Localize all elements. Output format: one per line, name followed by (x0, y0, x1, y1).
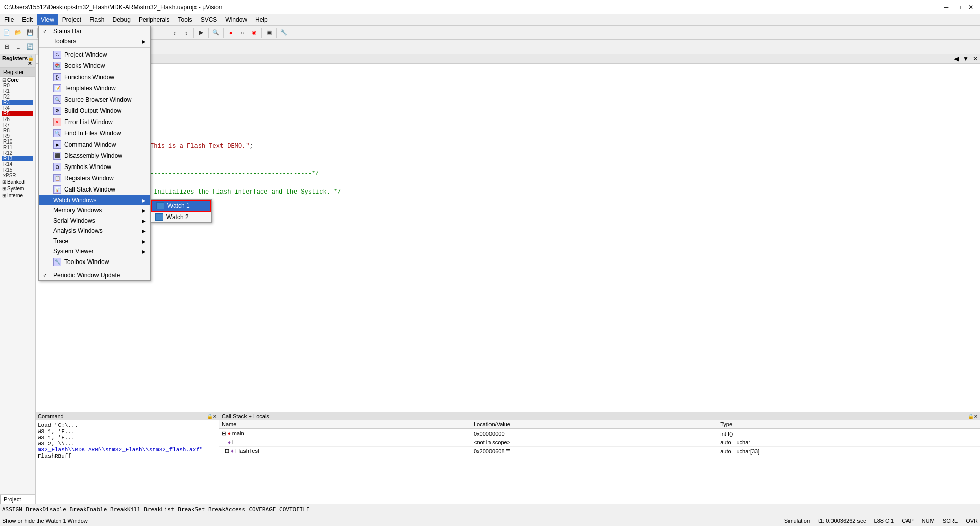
watch1-label: Watch 1 (167, 202, 190, 209)
menu-item-memory-windows[interactable]: Memory Windows ▶ (39, 205, 150, 216)
watch2-label: Watch 2 (166, 213, 189, 221)
menu-item-functions-window[interactable]: {} Functions Window (39, 71, 150, 83)
menu-item-find-files[interactable]: 🔍 Find In Files Window (39, 128, 150, 139)
disassembly-icon: ⬛ (53, 152, 61, 160)
menu-item-status-bar[interactable]: ✓ Status Bar (39, 26, 150, 36)
menu-item-command-window[interactable]: ▶ Command Window (39, 139, 150, 150)
menu-divider-1 (39, 47, 150, 48)
menu-item-books-window[interactable]: 📚 Books Window (39, 60, 150, 71)
command-window-icon: ▶ (53, 140, 61, 149)
watch-submenu: Watch 1 Watch 2 (151, 199, 212, 223)
menu-item-serial-windows[interactable]: Serial Windows ▶ (39, 216, 150, 226)
books-window-icon: 📚 (53, 62, 61, 70)
menu-item-watch-windows[interactable]: Watch Windows ▶ (39, 195, 150, 205)
watch2-icon (155, 213, 163, 221)
menu-item-build-output[interactable]: ⚙ Build Output Window (39, 105, 150, 116)
menu-item-analysis-windows[interactable]: Analysis Windows ▶ (39, 226, 150, 236)
watch-item-1[interactable]: Watch 1 (151, 200, 211, 212)
menu-item-periodic-update[interactable]: ✓ Periodic Window Update (39, 270, 150, 280)
functions-window-icon: {} (53, 73, 61, 81)
build-output-icon: ⚙ (53, 107, 61, 115)
menu-item-symbols[interactable]: Ω Symbols Window (39, 161, 150, 173)
watch1-icon (156, 202, 164, 209)
error-list-icon: ✕ (53, 118, 61, 126)
symbols-icon: Ω (53, 163, 61, 171)
menu-item-toolbox[interactable]: 🔧 Toolbox Window (39, 256, 150, 268)
project-window-icon: 🗂 (53, 51, 61, 59)
menu-item-registers-window[interactable]: 📋 Registers Window (39, 173, 150, 184)
templates-window-icon: 📝 (53, 84, 61, 92)
watch-item-2[interactable]: Watch 2 (151, 212, 211, 222)
find-files-icon: 🔍 (53, 129, 61, 137)
menu-item-trace[interactable]: Trace ▶ (39, 236, 150, 246)
call-stack-icon: 📊 (53, 185, 61, 194)
menu-item-system-viewer[interactable]: System Viewer ▶ (39, 246, 150, 256)
registers-icon: 📋 (53, 174, 61, 182)
source-browser-icon: 🔍 (53, 95, 61, 104)
menu-item-disassembly[interactable]: ⬛ Disassembly Window (39, 150, 150, 161)
view-menu-dropdown: ✓ Status Bar Toolbars ▶ 🗂 Project Window… (38, 26, 151, 281)
menu-item-source-browser[interactable]: 🔍 Source Browser Window (39, 94, 150, 105)
menu-divider-2 (39, 269, 150, 269)
menu-item-call-stack[interactable]: 📊 Call Stack Window (39, 184, 150, 195)
menu-item-project-window[interactable]: 🗂 Project Window (39, 49, 150, 60)
toolbox-icon: 🔧 (53, 258, 61, 266)
menu-item-toolbars[interactable]: Toolbars ▶ (39, 36, 150, 46)
menu-item-templates-window[interactable]: 📝 Templates Window (39, 83, 150, 94)
menu-item-error-list[interactable]: ✕ Error List Window (39, 116, 150, 128)
